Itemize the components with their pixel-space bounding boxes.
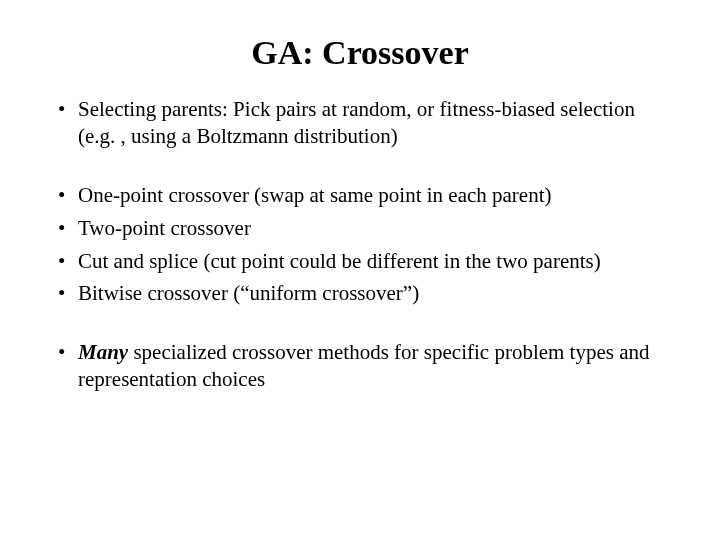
- bullet-group-3: Many specialized crossover methods for s…: [56, 339, 664, 393]
- bullet-item: One-point crossover (swap at same point …: [56, 182, 664, 209]
- slide: GA: Crossover Selecting parents: Pick pa…: [0, 0, 720, 540]
- slide-title: GA: Crossover: [56, 34, 664, 72]
- spacer: [56, 156, 664, 182]
- bullet-text: specialized crossover methods for specif…: [78, 340, 650, 391]
- bullet-item: Many specialized crossover methods for s…: [56, 339, 664, 393]
- bullet-group-2: One-point crossover (swap at same point …: [56, 182, 664, 308]
- spacer: [56, 313, 664, 339]
- emphasis: Many: [78, 340, 128, 364]
- bullet-item: Bitwise crossover (“uniform crossover”): [56, 280, 664, 307]
- bullet-item: Two-point crossover: [56, 215, 664, 242]
- bullet-item: Cut and splice (cut point could be diffe…: [56, 248, 664, 275]
- bullet-group-1: Selecting parents: Pick pairs at random,…: [56, 96, 664, 150]
- bullet-item: Selecting parents: Pick pairs at random,…: [56, 96, 664, 150]
